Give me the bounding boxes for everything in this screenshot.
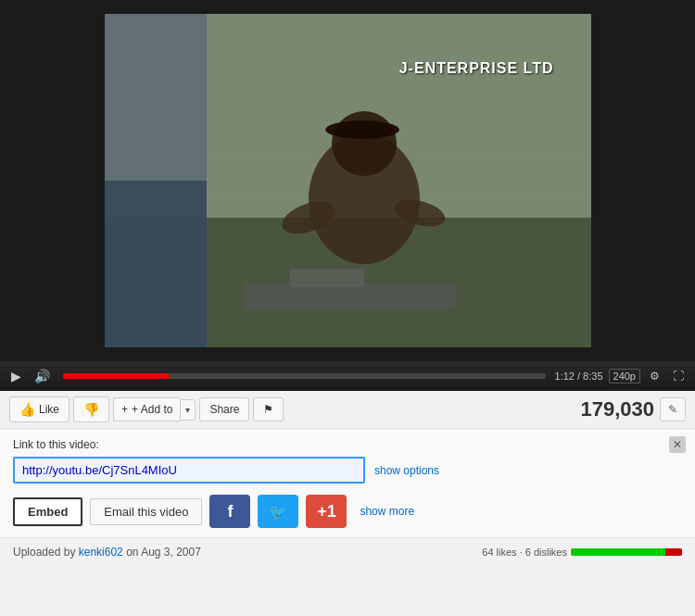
gplus-icon: +1 <box>317 502 336 522</box>
add-icon: + <box>121 403 128 416</box>
show-options-link[interactable]: show options <box>374 464 439 477</box>
uploaded-by-prefix: Uploaded by <box>13 546 75 559</box>
time-display: 1:12 / 8:35 <box>555 371 603 382</box>
share-panel: ✕ Link to this video: show options Embed… <box>0 429 695 538</box>
gplus-button[interactable]: +1 <box>306 495 347 528</box>
twitter-icon: 🐦 <box>269 503 287 521</box>
progress-fill <box>63 373 170 379</box>
thumbs-up-icon: 👍 <box>19 402 35 417</box>
add-to-button[interactable]: + + Add to <box>113 397 180 421</box>
thumbs-down-icon: 👎 <box>83 402 99 417</box>
link-input[interactable] <box>13 457 365 484</box>
panel-close-button[interactable]: ✕ <box>669 436 686 453</box>
uploaded-on-suffix: on Aug 3, 2007 <box>126 546 201 559</box>
link-label: Link to this video: <box>13 438 682 451</box>
uploader-bar: Uploaded by kenki602 on Aug 3, 2007 64 l… <box>0 538 695 566</box>
view-count-number: 179,030 <box>580 397 654 421</box>
uploader-info: Uploaded by kenki602 on Aug 3, 2007 <box>13 546 201 559</box>
controls-bar: ▶ 🔊 1:12 / 8:35 240p ⚙ ⛶ <box>0 361 695 391</box>
likes-count: 64 likes · 6 dislikes <box>482 547 567 558</box>
embed-button[interactable]: Embed <box>13 497 82 526</box>
dislike-button[interactable]: 👎 <box>73 396 109 422</box>
quality-badge[interactable]: 240p <box>609 369 640 383</box>
video-thumbnail: J-ENTERPRISE LTD <box>105 14 591 347</box>
progress-bar[interactable] <box>63 373 546 379</box>
action-bar: 👍 Like 👎 + + Add to ▾ Share ⚑ 179,030 ✎ <box>0 391 695 429</box>
video-frame[interactable]: J-ENTERPRISE LTD <box>0 0 695 361</box>
svg-rect-11 <box>290 269 364 287</box>
share-label: Share <box>209 403 239 416</box>
facebook-button[interactable]: f <box>209 495 250 528</box>
video-outer: J-ENTERPRISE LTD ▶ 🔊 1:12 / 8:35 240p ⚙ … <box>0 0 695 391</box>
video-watermark: J-ENTERPRISE LTD <box>399 60 554 77</box>
add-label: + Add to <box>132 403 172 416</box>
fullscreen-button[interactable]: ⛶ <box>669 368 688 384</box>
flag-button[interactable]: ⚑ <box>253 397 284 421</box>
settings-button[interactable]: ⚙ <box>646 368 663 384</box>
likes-bar: 64 likes · 6 dislikes <box>482 547 682 558</box>
email-video-button[interactable]: Email this video <box>90 498 202 525</box>
volume-button[interactable]: 🔊 <box>31 367 54 385</box>
add-arrow-button[interactable]: ▾ <box>180 399 196 421</box>
play-button[interactable]: ▶ <box>7 367 25 385</box>
twitter-button[interactable]: 🐦 <box>258 495 298 528</box>
view-count-area: 179,030 ✎ <box>580 397 686 421</box>
add-to-group: + + Add to ▾ <box>113 397 196 421</box>
link-row: show options <box>13 457 682 484</box>
svg-rect-13 <box>105 181 207 347</box>
edit-button[interactable]: ✎ <box>660 397 686 421</box>
likes-fill <box>571 548 665 556</box>
show-more-link[interactable]: show more <box>360 505 414 518</box>
like-button[interactable]: 👍 Like <box>9 396 70 422</box>
flag-icon: ⚑ <box>263 403 273 416</box>
social-row: Embed Email this video f 🐦 +1 show more <box>13 495 682 528</box>
facebook-icon: f <box>227 502 233 522</box>
share-button[interactable]: Share <box>199 397 249 421</box>
likes-progress-bar <box>571 548 682 556</box>
like-label: Like <box>39 403 59 416</box>
svg-point-7 <box>325 120 399 139</box>
dislikes-fill <box>665 548 682 556</box>
uploader-link[interactable]: kenki602 <box>79 546 123 559</box>
